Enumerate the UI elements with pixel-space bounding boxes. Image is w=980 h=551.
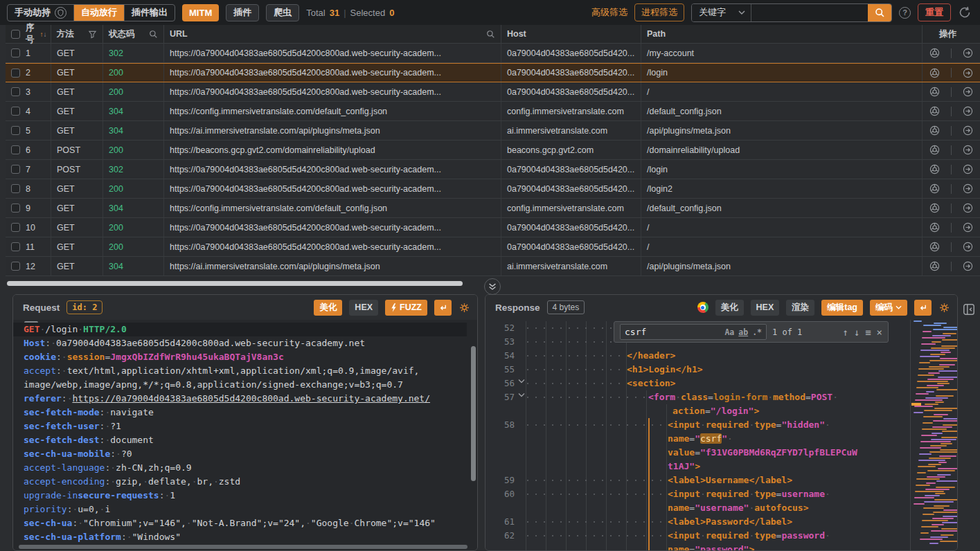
table-row[interactable]: 2GET200https://0a79004d04383ae6805d5d420… (6, 63, 980, 82)
crawler-button[interactable]: 爬虫 (266, 4, 299, 21)
row-checkbox[interactable] (11, 165, 20, 174)
find-menu-icon[interactable]: ≡ (865, 325, 871, 339)
search-icon[interactable] (149, 30, 158, 39)
ops-send-icon[interactable] (963, 222, 973, 233)
minimap[interactable] (910, 320, 956, 550)
collapse-table-button[interactable] (484, 278, 501, 295)
table-row[interactable]: 3GET200https://0a79004d04383ae6805d5d420… (6, 82, 980, 102)
request-hscrollbar[interactable] (19, 545, 467, 549)
row-checkbox[interactable] (11, 48, 20, 57)
column-status[interactable]: 状态码 (103, 25, 164, 43)
column-host[interactable]: Host (501, 25, 641, 43)
column-path[interactable]: Path (641, 25, 923, 43)
table-row[interactable]: 9GET304https://config.immersivetranslate… (6, 199, 980, 218)
ops-send-icon[interactable] (963, 183, 973, 194)
advanced-filter-link[interactable]: 高级筛选 (591, 6, 627, 19)
process-filter-button[interactable]: 进程筛选 (634, 3, 684, 21)
select-all-checkbox[interactable] (11, 30, 20, 39)
plugin-button[interactable]: 插件 (226, 4, 259, 21)
row-checkbox[interactable] (11, 242, 20, 251)
open-in-chrome-icon[interactable] (697, 302, 709, 313)
request-beautify-button[interactable]: 美化 (314, 300, 342, 316)
ops-send-icon[interactable] (963, 261, 973, 271)
request-hex-button[interactable]: HEX (349, 300, 378, 316)
table-row[interactable]: 4GET304https://config.immersivetranslate… (6, 102, 980, 121)
row-checkbox[interactable] (11, 204, 20, 213)
ops-chrome-icon[interactable] (929, 261, 940, 271)
table-row[interactable]: 11GET200https://0a79004d04383ae6805d5d42… (6, 237, 980, 257)
row-checkbox[interactable] (11, 126, 20, 135)
ops-chrome-icon[interactable] (929, 242, 940, 252)
ops-chrome-icon[interactable] (929, 48, 940, 58)
sort-icon[interactable]: ↑↓ (40, 30, 47, 38)
row-checkbox[interactable] (11, 184, 20, 193)
regex-icon[interactable]: .* (752, 325, 762, 339)
row-checkbox[interactable] (11, 145, 20, 154)
ops-send-icon[interactable] (963, 145, 973, 155)
response-edit-tag-button[interactable]: 编辑tag (821, 300, 863, 316)
find-close-icon[interactable]: × (877, 325, 882, 339)
column-method[interactable]: 方法 (51, 25, 103, 43)
request-editor[interactable]: GET·/login·HTTP/2.0Host:·0a79004d04383ae… (13, 320, 477, 550)
table-hscrollbar[interactable] (7, 281, 463, 286)
response-settings-gear-icon[interactable] (938, 302, 950, 314)
ops-chrome-icon[interactable] (929, 203, 940, 213)
help-icon[interactable]: ? (899, 7, 911, 19)
table-row[interactable]: 1GET302https://0a79004d04383ae6805d5d420… (6, 44, 980, 63)
table-row[interactable]: 12GET304https://ai.immersivetranslate.co… (6, 257, 980, 276)
mitm-button[interactable]: MITM (182, 4, 219, 21)
find-prev-icon[interactable]: ↑ (842, 325, 848, 339)
request-enter-button[interactable] (434, 300, 452, 316)
ops-send-icon[interactable] (963, 68, 973, 78)
row-checkbox[interactable] (11, 69, 20, 78)
search-button[interactable] (868, 4, 891, 21)
ops-chrome-icon[interactable] (929, 222, 940, 233)
table-row[interactable]: 10GET200https://0a79004d04383ae6805d5d42… (6, 218, 980, 237)
table-row[interactable]: 5GET304https://ai.immersivetranslate.com… (6, 121, 980, 141)
filter-icon[interactable] (88, 30, 97, 39)
find-input[interactable]: csrf Aa ab .* (620, 324, 767, 340)
manual-hijack-button[interactable]: 手动劫持 (8, 5, 74, 21)
ops-send-icon[interactable] (963, 242, 973, 252)
row-checkbox[interactable] (11, 223, 20, 232)
fold-chevron-icon[interactable] (518, 379, 525, 383)
search-icon[interactable] (486, 30, 495, 39)
plugin-output-button[interactable]: 插件输出 (125, 5, 175, 21)
response-enter-button[interactable] (914, 300, 932, 316)
ops-send-icon[interactable] (963, 106, 973, 116)
keyword-select[interactable]: 关键字 (692, 4, 751, 21)
ops-send-icon[interactable] (963, 164, 973, 174)
response-hex-button[interactable]: HEX (751, 300, 780, 316)
ops-chrome-icon[interactable] (929, 106, 940, 116)
ops-chrome-icon[interactable] (929, 164, 940, 174)
ops-send-icon[interactable] (963, 87, 973, 97)
search-input[interactable] (751, 4, 868, 21)
row-checkbox[interactable] (11, 107, 20, 116)
request-vscrollbar[interactable] (471, 346, 476, 481)
column-seq[interactable]: 序号 ↑↓ (6, 25, 51, 43)
ops-send-icon[interactable] (963, 125, 973, 136)
table-row[interactable]: 8GET200https://0a79004d04383ae6805d5d420… (6, 179, 980, 199)
ops-chrome-icon[interactable] (929, 68, 940, 78)
table-row[interactable]: 7POST302https://0a79004d04383ae6805d5d42… (6, 160, 980, 179)
table-row[interactable]: 6POST200https://beacons.gcp.gvt2.com/dom… (6, 141, 980, 160)
ops-send-icon[interactable] (963, 48, 973, 58)
request-fuzz-button[interactable]: FUZZ (385, 300, 427, 316)
ops-chrome-icon[interactable] (929, 145, 940, 155)
refresh-icon[interactable] (958, 6, 973, 19)
column-url[interactable]: URL (164, 25, 501, 43)
collapse-panel-icon[interactable] (962, 302, 976, 551)
find-next-icon[interactable]: ↓ (854, 325, 859, 339)
ops-chrome-icon[interactable] (929, 87, 940, 97)
fold-chevron-icon[interactable] (518, 392, 525, 397)
whole-word-icon[interactable]: ab (738, 325, 748, 339)
response-encode-button[interactable]: 编码 (870, 300, 907, 316)
row-checkbox[interactable] (11, 87, 20, 96)
ops-chrome-icon[interactable] (929, 183, 940, 194)
response-beautify-button[interactable]: 美化 (715, 300, 744, 316)
row-checkbox[interactable] (11, 262, 20, 271)
ops-send-icon[interactable] (963, 203, 973, 213)
response-render-button[interactable]: 渲染 (786, 300, 814, 316)
reset-button[interactable]: 重置 (918, 3, 951, 21)
auto-pass-button[interactable]: 自动放行 (74, 5, 125, 21)
